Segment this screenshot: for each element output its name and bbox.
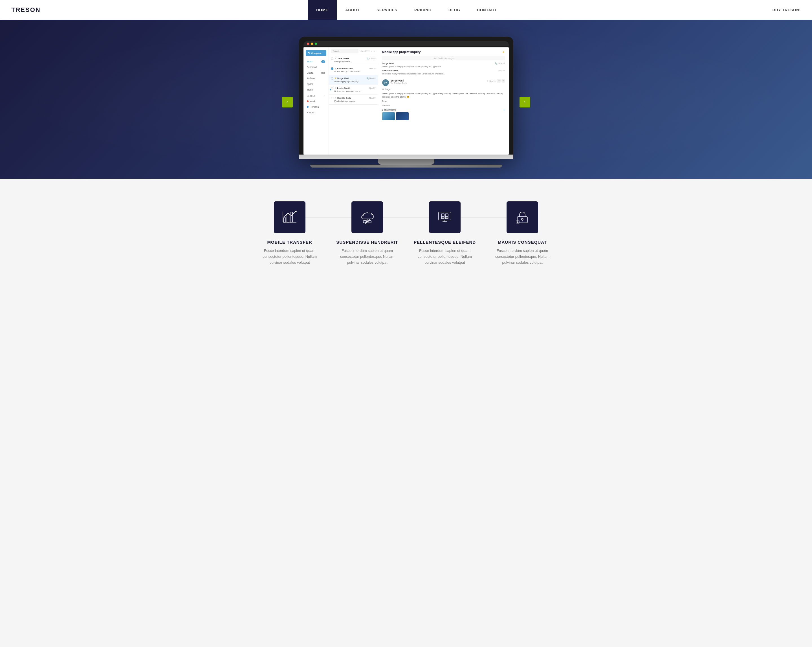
thread-main-message: SV Serge Vasil To: Christian Davis ★ Nov…	[382, 77, 505, 120]
monitor-icon	[437, 209, 453, 225]
feature-suspendisse: SUSPENDISSE HENDRERIT Fusce interdum sap…	[333, 201, 401, 266]
email-sender-3: Serge Vasil	[337, 77, 366, 79]
nav-contact[interactable]: CONTACT	[469, 0, 505, 20]
inbox-badge: 2	[321, 60, 325, 63]
attachments-title: 2 attachments ⬇	[382, 108, 505, 111]
sidebar-item-inbox[interactable]: Inbox 2	[304, 59, 328, 64]
email-time-2: Nov 10	[369, 67, 375, 69]
email-sender-4: Lewis Smith	[337, 87, 369, 89]
sidebar-item-archive[interactable]: Archive	[304, 76, 328, 81]
features-row: MOBILE TRANSFER Fusce interdum sapien ut…	[251, 201, 561, 266]
nav-home[interactable]: HOME	[308, 0, 337, 20]
sidebar-item-personal[interactable]: Personal	[304, 104, 328, 110]
sidebar-item-drafts[interactable]: Drafts 2	[304, 70, 328, 76]
site-logo: TRESON	[11, 6, 41, 14]
sidebar-item-sent[interactable]: Sent mail	[304, 64, 328, 70]
sidebar-item-spam[interactable]: Spam	[304, 81, 328, 87]
detail-star[interactable]: ★	[502, 50, 505, 54]
email-checkbox-2[interactable]	[331, 67, 333, 70]
feature-mobile-transfer: MOBILE TRANSFER Fusce interdum sapien ut…	[256, 201, 324, 266]
more-label: + More	[307, 111, 314, 114]
prev-slide-button[interactable]: ‹	[282, 97, 293, 107]
sidebar-item-more[interactable]: + More	[304, 110, 328, 115]
thread-preview-2: There are many variations of passages of…	[382, 72, 505, 75]
svg-point-3	[295, 211, 296, 212]
body-text-2: Best,	[382, 99, 505, 103]
sidebar-item-work[interactable]: Work	[304, 98, 328, 104]
email-item-5[interactable]: ★ Camilla Belle Nov 07 Product design co…	[329, 95, 378, 105]
hero-section: ‹ ✎ Compose Inbox	[0, 20, 812, 179]
feature-desc-4: Fusce interdum sapien ut quam consectetu…	[488, 248, 556, 266]
laptop-top-bar	[304, 41, 509, 46]
sender-avatar: SV	[382, 79, 389, 86]
thread-sender-1: Serge Vasil	[382, 62, 394, 65]
detail-title: Mobile app project inquiry	[382, 50, 421, 53]
feature-icon-box-4	[507, 201, 538, 233]
load-older-button[interactable]: Load 24 older messages	[382, 56, 505, 60]
search-placeholder: Search	[333, 50, 340, 52]
download-all-button[interactable]: ⬇	[503, 109, 505, 111]
compose-icon: ✎	[308, 52, 310, 55]
add-label-button[interactable]: +	[324, 95, 325, 97]
prev-email-button[interactable]: ‹	[371, 50, 372, 53]
email-checkbox-1[interactable]	[331, 58, 333, 60]
email-star-2[interactable]: ★	[334, 67, 336, 70]
personal-dot: Personal	[307, 105, 319, 108]
attachment-thumb-2[interactable]	[396, 112, 409, 120]
nav-pricing[interactable]: PRICING	[406, 0, 440, 20]
attachment-thumb-1[interactable]	[382, 112, 395, 120]
email-item-4[interactable]: ★ Lewis Smith Nov 07 Bistronome material…	[329, 85, 378, 95]
svg-rect-2	[290, 212, 293, 222]
reply-button[interactable]: ↩	[497, 79, 501, 82]
attach-icon-3: 📎	[367, 77, 369, 79]
message-body: Hi Serge, Lorem Ipsum is simply dummy te…	[382, 88, 505, 107]
attachment-thumbnails	[382, 112, 505, 120]
nav-services[interactable]: SERVICES	[368, 0, 406, 20]
email-item-2[interactable]: ★ Catherine Tate Nov 10 Is that what you…	[329, 65, 378, 75]
main-star[interactable]: ★	[487, 80, 488, 82]
email-star-4[interactable]: ★	[334, 87, 336, 89]
email-star-3[interactable]: ★	[334, 77, 336, 79]
email-time-4: Nov 07	[369, 87, 375, 89]
email-checkbox-4[interactable]	[331, 87, 333, 89]
thread-date-2: Nov 05	[498, 70, 505, 72]
svg-rect-12	[438, 212, 451, 220]
email-star-1[interactable]: ★	[334, 57, 336, 60]
next-email-button[interactable]: ›	[374, 50, 375, 53]
features-section: MOBILE TRANSFER Fusce interdum sapien ut…	[0, 179, 812, 288]
compose-label: Compose	[311, 52, 322, 55]
feature-title-2: SUSPENDISSE HENDRERIT	[336, 240, 398, 244]
email-subject-5: Product design course	[331, 100, 375, 102]
nav-about[interactable]: ABOUT	[337, 0, 368, 20]
attachments-count: 2 attachments	[382, 108, 396, 111]
buy-button[interactable]: BUY TRESON!	[772, 8, 801, 12]
email-count: 1-24 of 112	[360, 50, 369, 52]
archive-label: Archive	[307, 77, 315, 80]
email-sidebar: ✎ Compose Inbox 2 Sent mail Drafts 2	[304, 47, 329, 154]
minimize-dot	[311, 43, 313, 45]
sidebar-item-trash[interactable]: Trash	[304, 87, 328, 93]
svg-rect-18	[445, 217, 448, 218]
search-box[interactable]: Search	[331, 49, 359, 53]
feature-title-3: PELLENTESQUE ELEIFEND	[414, 240, 476, 244]
email-sender-2: Catherine Tate	[337, 67, 369, 70]
compose-button[interactable]: ✎ Compose	[306, 50, 326, 56]
lock-icon	[514, 209, 530, 225]
next-slide-button[interactable]: ›	[519, 97, 530, 107]
svg-rect-15	[441, 214, 444, 217]
email-star-5[interactable]: ★	[334, 97, 336, 99]
svg-rect-17	[441, 217, 444, 218]
email-item-3[interactable]: ★ Serge Vasil 📎 Nov 09 Mobile app projec…	[329, 75, 378, 85]
email-checkbox-5[interactable]	[331, 97, 333, 99]
email-time-1: 4:30pm	[369, 58, 375, 60]
nav-blog[interactable]: BLOG	[440, 0, 469, 20]
message-actions: ↩ ▾	[497, 79, 505, 82]
cloud-icon	[359, 209, 375, 225]
feature-desc-1: Fusce interdum sapien ut quam consectetu…	[256, 248, 324, 266]
email-item-1[interactable]: ★ Jack Jones 📎 4:30pm Design feedback	[329, 55, 378, 65]
email-subject-3: Mobile app project inquiry	[331, 80, 375, 82]
attachments-section: 2 attachments ⬇	[382, 108, 505, 120]
email-checkbox-3[interactable]	[331, 77, 333, 79]
more-actions-button[interactable]: ▾	[501, 79, 505, 82]
feature-desc-3: Fusce interdum sapien ut quam consectetu…	[411, 248, 479, 266]
